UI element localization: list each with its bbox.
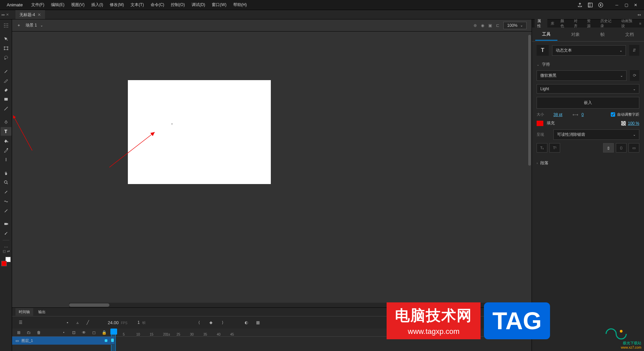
line-tool-icon[interactable]	[1, 104, 11, 113]
vertical-scrollbar[interactable]	[528, 32, 532, 307]
embed-button[interactable]: 嵌入	[537, 97, 639, 109]
subscript-icon[interactable]: T₁	[537, 143, 547, 153]
prop-tab-document[interactable]: 文档	[618, 29, 641, 40]
lock-icon[interactable]: 🔒	[101, 329, 107, 336]
border-icon[interactable]: ▭	[629, 143, 639, 153]
auto-kern-input[interactable]	[611, 112, 615, 117]
rectangle-tool-icon[interactable]	[1, 95, 11, 104]
clip-content-icon[interactable]: ▣	[488, 23, 492, 28]
brush-tool-icon[interactable]	[1, 67, 11, 75]
para-section-header[interactable]: › 段落	[537, 158, 639, 169]
panel-menu-icon[interactable]: ≡	[639, 21, 641, 25]
menu-insert[interactable]: 插入(I)	[88, 2, 106, 8]
layer-parenting-icon[interactable]: ▵	[74, 319, 81, 326]
scene-home-icon[interactable]: ✦	[17, 23, 20, 28]
font-family-select[interactable]: 微软雅黑 ⌄	[537, 70, 627, 81]
panel-collapse-icon[interactable]: ◂◂	[637, 13, 644, 16]
new-layer-icon[interactable]: ⊞	[15, 329, 22, 336]
layer-depth-icon[interactable]: ╱	[84, 319, 91, 326]
close-tab-icon[interactable]: ✕	[38, 12, 41, 17]
rotate-view-icon[interactable]: ◉	[481, 23, 484, 28]
pen-tool-icon[interactable]	[1, 118, 11, 126]
workspace-icon[interactable]	[588, 2, 593, 8]
track-row[interactable]	[111, 337, 114, 345]
hand-tool-icon[interactable]	[1, 169, 11, 177]
menu-view[interactable]: 视图(V)	[68, 2, 88, 8]
keyframe-marker[interactable]	[111, 339, 114, 342]
spacing-value[interactable]: 0	[582, 112, 584, 117]
auto-kern-checkbox[interactable]: 自动调整字距	[611, 112, 639, 117]
paint-bucket-tool-icon[interactable]	[1, 136, 11, 145]
menu-modify[interactable]: 修改(M)	[106, 2, 127, 8]
stage[interactable]	[128, 80, 271, 184]
fill-color-swatch[interactable]	[537, 121, 543, 126]
visibility-icon[interactable]: 👁	[81, 329, 87, 336]
text-tool-icon[interactable]: T	[1, 127, 11, 136]
zoom-tool-icon[interactable]	[1, 178, 11, 187]
font-style-select[interactable]: Light ⌄	[537, 84, 639, 94]
paint-brush-tool-icon[interactable]	[1, 229, 11, 238]
zoom-selector[interactable]: 100% ⌄	[503, 22, 527, 29]
layer-name[interactable]: 图层_1	[21, 338, 102, 343]
menu-help[interactable]: 帮助(H)	[230, 2, 250, 8]
minimize-button[interactable]: ─	[613, 2, 620, 8]
tab-timeline[interactable]: 时间轴	[15, 308, 33, 316]
canvas-area[interactable]: ﹢	[12, 32, 532, 307]
share-icon[interactable]	[577, 2, 583, 8]
html-render-icon[interactable]: ⟨⟩	[616, 143, 627, 153]
menu-text[interactable]: 文本(T)	[127, 2, 147, 8]
superscript-icon[interactable]: T¹	[549, 143, 560, 153]
prop-tab-frame[interactable]: 帧	[594, 29, 611, 40]
maximize-button[interactable]: ▢	[623, 2, 630, 8]
bone-tool-icon[interactable]	[1, 187, 11, 196]
layers-icon[interactable]: ☰	[17, 319, 24, 326]
fill-color-swatch[interactable]	[1, 261, 7, 266]
eraser-tool-icon[interactable]	[1, 85, 11, 94]
grid-tool-icon[interactable]	[1, 21, 11, 30]
highlight-layers-icon[interactable]: •	[60, 329, 67, 336]
edit-multiple-icon[interactable]: ▦	[255, 319, 261, 326]
timeline-ruler[interactable]: 1s 5 10 15 20 25 30 35 40 45	[111, 329, 532, 337]
width-tool-icon[interactable]	[1, 197, 11, 206]
asset-warp-tool-icon[interactable]	[1, 155, 11, 164]
pencil-tool-icon[interactable]	[1, 76, 11, 85]
close-button[interactable]: ✕	[632, 2, 639, 8]
swap-colors-icon[interactable]: ⇄	[7, 249, 10, 253]
expand-tools-icon[interactable]: ▸▸ ✕	[2, 13, 9, 16]
color-swatches[interactable]	[1, 257, 11, 266]
font-preview-icon[interactable]: ⟳	[630, 70, 639, 81]
scene-selector[interactable]: 场景 1 ⌄	[26, 22, 43, 28]
fit-stage-icon[interactable]: ⊏	[496, 23, 499, 28]
horizontal-scrollbar[interactable]	[69, 303, 532, 307]
selectable-icon[interactable]: ▯	[603, 143, 614, 153]
center-stage-icon[interactable]: ⊕	[474, 23, 477, 28]
onion-skin-icon[interactable]: ◐	[243, 319, 250, 326]
play-icon[interactable]	[598, 2, 603, 8]
tab-output[interactable]: 输出	[35, 308, 49, 316]
timeline-track[interactable]: 1s 5 10 15 20 25 30 35 40 45	[111, 329, 532, 351]
document-tab[interactable]: 无标题-4 ✕	[15, 10, 45, 19]
menu-window[interactable]: 窗口(W)	[208, 2, 230, 8]
outline-icon[interactable]: ◻	[91, 329, 97, 336]
frame-display[interactable]: 1 帧	[138, 320, 146, 325]
prop-tab-object[interactable]: 对象	[564, 29, 587, 40]
menu-file[interactable]: 文件(F)	[28, 2, 48, 8]
menu-debug[interactable]: 调试(D)	[188, 2, 209, 8]
panel-tab-library[interactable]: 库	[548, 20, 557, 27]
render-mode-select[interactable]: 可读性消除锯齿 ⌄	[553, 129, 639, 140]
menu-edit[interactable]: 编辑(E)	[48, 2, 68, 8]
eyedropper-tool-icon[interactable]	[1, 146, 11, 155]
new-folder-icon[interactable]: 🗀	[26, 329, 32, 336]
delete-layer-icon[interactable]: 🗑	[36, 329, 42, 336]
prop-tab-tool[interactable]: 工具	[535, 28, 557, 41]
menu-command[interactable]: 命令(C)	[147, 2, 168, 8]
insert-keyframe-icon[interactable]: ◆	[208, 319, 214, 326]
text-type-select[interactable]: 动态文本 ⌄	[552, 45, 626, 56]
fps-display[interactable]: 24.00 FPS	[108, 320, 128, 325]
goto-last-icon[interactable]: ⟩	[219, 319, 226, 326]
text-direction-icon[interactable]: ⇵	[629, 45, 639, 56]
menu-control[interactable]: 控制(O)	[167, 2, 188, 8]
lasso-tool-icon[interactable]	[1, 53, 11, 62]
show-rig-icon[interactable]: ⊡	[70, 329, 77, 336]
rotation-tool-icon[interactable]	[1, 206, 11, 215]
